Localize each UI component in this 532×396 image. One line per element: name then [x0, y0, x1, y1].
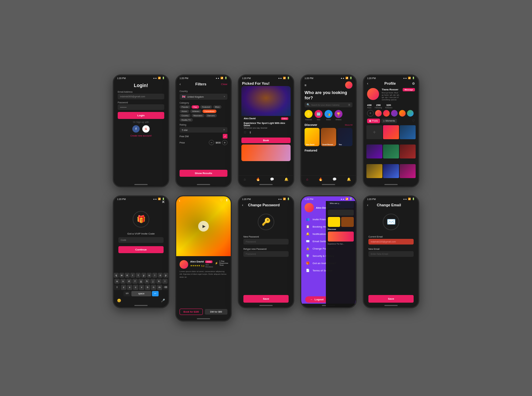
share-hero-icon[interactable]: ⬆: [225, 198, 228, 202]
settings-gear-icon[interactable]: ⚙: [412, 82, 415, 85]
post-image-5[interactable]: [400, 145, 416, 158]
mic-icon[interactable]: 🎤: [161, 299, 165, 302]
post-image-1[interactable]: [383, 125, 399, 139]
tag-dancers[interactable]: Dancers: [205, 114, 217, 117]
key-return[interactable]: ↩: [152, 291, 159, 296]
user-avatar-sm[interactable]: [345, 81, 352, 89]
key-j[interactable]: j: [150, 279, 156, 284]
key-b[interactable]: b: [145, 285, 150, 290]
artist-play-button[interactable]: [198, 221, 209, 232]
rating-close-icon[interactable]: ✕: [223, 129, 225, 131]
chat-nav-icon[interactable]: 💬: [270, 177, 274, 181]
bell-nav-icon[interactable]: 🔔: [284, 177, 288, 181]
new-password-input[interactable]: Password: [243, 239, 289, 245]
cat-actors[interactable]: 🎭 Actors: [325, 110, 332, 121]
show-results-button[interactable]: Show Results: [180, 170, 227, 177]
email-input[interactable]: indahdd300@gmail.com: [118, 94, 164, 99]
key-f[interactable]: f: [132, 279, 138, 284]
current-email-input[interactable]: indahdd100@gmail.com: [368, 239, 414, 245]
filters-clear-button[interactable]: Clear: [221, 83, 227, 86]
key-n[interactable]: n: [151, 285, 156, 290]
login-button[interactable]: Login: [118, 112, 164, 119]
post-image-3[interactable]: [366, 145, 382, 158]
book-artist-button[interactable]: Book for $180: [180, 309, 203, 315]
filter-icon[interactable]: ⊞: [348, 103, 350, 106]
free-dm-checkbox[interactable]: ✓: [223, 134, 227, 139]
logout-button[interactable]: → Logout: [305, 296, 328, 303]
key-r[interactable]: r: [130, 273, 135, 278]
home-nav-icon[interactable]: ⌂: [244, 177, 246, 181]
cat-featured[interactable]: ⭐ Featured: [305, 110, 313, 121]
post-image-6[interactable]: [366, 164, 382, 178]
free-dm-toggle[interactable]: Free DM ✓: [180, 134, 227, 139]
key-y[interactable]: y: [141, 273, 146, 278]
story-circle-3[interactable]: [391, 110, 398, 117]
book-button[interactable]: Book: [241, 138, 291, 143]
key-z[interactable]: z: [121, 285, 126, 290]
key-p[interactable]: p: [163, 273, 168, 278]
tag-featured[interactable]: Featured: [200, 105, 212, 109]
home-nav-icon-4[interactable]: ⌂: [306, 177, 308, 181]
post-image-4[interactable]: [383, 145, 399, 158]
invite-code-input[interactable]: Code: [118, 237, 164, 243]
key-q[interactable]: q: [114, 273, 119, 278]
key-a[interactable]: a: [114, 279, 120, 284]
tab-posts[interactable]: ▦ Posts: [367, 119, 380, 123]
key-s[interactable]: s: [120, 279, 126, 284]
discover-card-3[interactable]: You: [337, 128, 352, 146]
key-h[interactable]: h: [144, 279, 150, 284]
tag-comedians[interactable]: Comedians: [202, 110, 216, 113]
rating-selector[interactable]: 5 star ✕: [180, 127, 227, 133]
cat-new[interactable]: 🆕 New: [315, 110, 323, 121]
tag-athletes[interactable]: Athletes: [190, 110, 201, 113]
price-decrease-button[interactable]: −: [209, 140, 214, 145]
change-password-back-icon[interactable]: ‹: [242, 203, 243, 207]
tab-moments[interactable]: ▷ Moments: [381, 119, 397, 123]
key-123[interactable]: 123: [123, 291, 131, 296]
key-shift[interactable]: ⇧: [114, 285, 120, 290]
emoji-icon[interactable]: 😊: [117, 299, 121, 302]
post-image-8[interactable]: [400, 164, 416, 178]
post-image-2[interactable]: [400, 125, 416, 139]
change-email-back-icon[interactable]: ‹: [367, 203, 368, 207]
google-button[interactable]: G: [142, 125, 150, 133]
key-t[interactable]: t: [136, 273, 141, 278]
dm-artist-button[interactable]: DM for $60: [205, 309, 227, 315]
key-l[interactable]: l: [162, 279, 168, 284]
key-o[interactable]: o: [158, 273, 163, 278]
bell-nav-icon-4[interactable]: 🔔: [347, 177, 351, 181]
country-selector[interactable]: 🇬🇧 United Kingdom ▾: [180, 94, 227, 100]
story-circle-4[interactable]: [399, 110, 406, 117]
key-c[interactable]: c: [133, 285, 138, 290]
tag-actors[interactable]: Actors: [180, 110, 189, 113]
discover-card-1[interactable]: Alex David: [305, 128, 320, 146]
add-post-button[interactable]: +: [366, 125, 382, 139]
price-increase-button[interactable]: +: [222, 140, 227, 145]
message-button[interactable]: Message: [403, 88, 415, 91]
artist-card[interactable]: Alex David Online Experience The Sport L…: [241, 86, 291, 136]
key-g[interactable]: g: [138, 279, 144, 284]
key-d[interactable]: d: [126, 279, 132, 284]
story-circle-1[interactable]: [375, 110, 382, 117]
profile-back-icon[interactable]: ‹: [367, 82, 368, 85]
key-x[interactable]: x: [127, 285, 132, 290]
story-circle-2[interactable]: [383, 110, 390, 117]
share-icon[interactable]: ⬆: [249, 131, 252, 134]
key-k[interactable]: k: [156, 279, 162, 284]
tag-country[interactable]: Country: [180, 114, 191, 117]
show-all-button[interactable]: Show All: [345, 124, 352, 126]
key-i[interactable]: i: [152, 273, 157, 278]
key-w[interactable]: w: [119, 273, 124, 278]
key-m[interactable]: m: [157, 285, 162, 290]
discover-card-2[interactable]: Sarah Bennet: [321, 128, 336, 146]
key-u[interactable]: u: [147, 273, 152, 278]
change-password-save-button[interactable]: Save: [243, 295, 289, 303]
key-space[interactable]: space: [131, 291, 151, 296]
heart-hero-icon[interactable]: ♡: [220, 198, 223, 202]
continue-button[interactable]: Continue: [118, 246, 164, 253]
tag-popular[interactable]: Popular: [180, 105, 191, 109]
tag-reality-tv[interactable]: Reality TV: [180, 118, 193, 122]
change-email-save-button[interactable]: Save: [368, 295, 414, 303]
create-account-link[interactable]: Create new account!: [118, 135, 164, 137]
cat-athletes[interactable]: 🏆 Athletes: [334, 110, 342, 121]
